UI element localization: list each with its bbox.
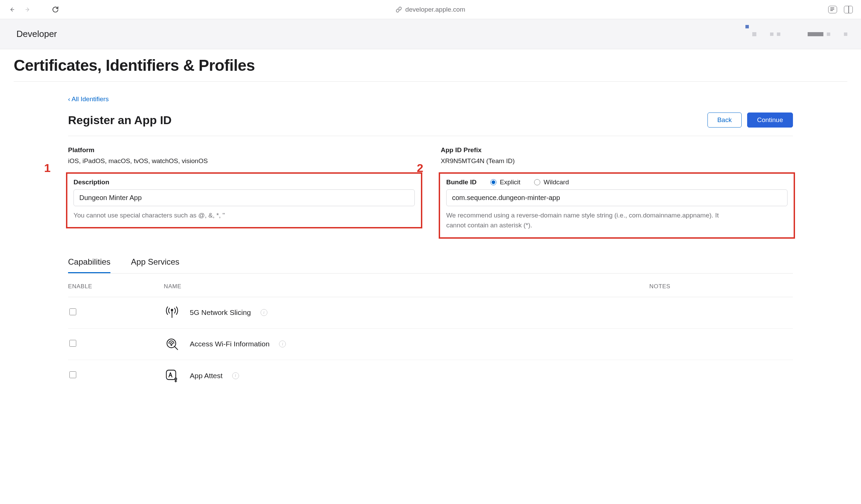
cap-name: App Attest — [190, 372, 223, 380]
lock-icon — [396, 6, 402, 13]
page-title: Certificates, Identifiers & Profiles — [14, 56, 847, 82]
col-notes: NOTES — [649, 283, 793, 290]
url-host: developer.apple.com — [405, 6, 465, 13]
platform-value: iOS, iPadOS, macOS, tvOS, watchOS, visio… — [68, 157, 420, 165]
antenna-icon — [164, 304, 180, 321]
nav-back-icon[interactable] — [8, 6, 15, 13]
radio-wildcard[interactable]: Wildcard — [534, 178, 569, 186]
section-title: Register an App ID — [68, 114, 172, 127]
wifi-search-icon — [164, 336, 180, 352]
col-enable: ENABLE — [68, 283, 164, 290]
info-icon[interactable]: i — [232, 372, 239, 379]
cap-name: Access Wi-Fi Information — [190, 340, 269, 348]
app-attest-icon — [164, 368, 180, 384]
reader-icon[interactable] — [828, 6, 837, 13]
svg-point-2 — [171, 309, 173, 311]
table-row: App Attest i — [68, 360, 793, 392]
nav-forward-icon[interactable] — [25, 6, 31, 13]
appid-prefix-value: XR9N5MTG4N (Team ID) — [441, 157, 793, 165]
radio-explicit-input[interactable] — [490, 179, 496, 185]
developer-logo[interactable]: Developer — [14, 29, 57, 39]
bundleid-hint: We recommend using a reverse-domain name… — [446, 210, 727, 230]
chevron-left-icon: ‹ — [68, 95, 70, 103]
capabilities-table: ENABLE NAME NOTES — [68, 274, 793, 392]
blurred-user-area — [745, 32, 847, 36]
annotation-1: 1 — [44, 161, 51, 175]
enable-wifi-checkbox[interactable] — [69, 340, 76, 347]
continue-button[interactable]: Continue — [747, 112, 793, 128]
tab-app-services[interactable]: App Services — [131, 257, 179, 273]
description-label: Description — [74, 178, 415, 186]
enable-appattest-checkbox[interactable] — [69, 371, 76, 378]
platform-label: Platform — [68, 146, 420, 154]
col-name: NAME — [164, 283, 649, 290]
address-bar[interactable]: developer.apple.com — [396, 6, 465, 13]
svg-point-4 — [171, 345, 172, 346]
cap-name: 5G Network Slicing — [190, 308, 251, 317]
table-row: Access Wi-Fi Information i — [68, 329, 793, 360]
enable-5g-checkbox[interactable] — [69, 308, 76, 315]
breadcrumb-all-identifiers[interactable]: ‹ All Identifiers — [68, 95, 109, 103]
tab-capabilities[interactable]: Capabilities — [68, 257, 110, 273]
reload-icon[interactable] — [52, 6, 59, 13]
info-icon[interactable]: i — [261, 309, 267, 316]
radio-wildcard-input[interactable] — [534, 179, 540, 185]
brand-text: Developer — [16, 29, 57, 39]
browser-toolbar: developer.apple.com — [0, 0, 861, 19]
global-nav: Developer — [0, 19, 861, 49]
table-row: 5G Network Slicing i — [68, 297, 793, 329]
appid-prefix-label: App ID Prefix — [441, 146, 793, 154]
info-icon[interactable]: i — [279, 341, 286, 347]
sidebar-toggle-icon[interactable] — [844, 6, 853, 13]
radio-explicit[interactable]: Explicit — [490, 178, 520, 186]
description-input[interactable] — [74, 189, 415, 206]
back-button[interactable]: Back — [707, 112, 742, 128]
bundleid-label: Bundle ID — [446, 178, 477, 186]
description-hint: You cannot use special characters such a… — [74, 210, 354, 220]
bundleid-input[interactable] — [446, 189, 787, 206]
tabs: Capabilities App Services — [68, 257, 793, 274]
